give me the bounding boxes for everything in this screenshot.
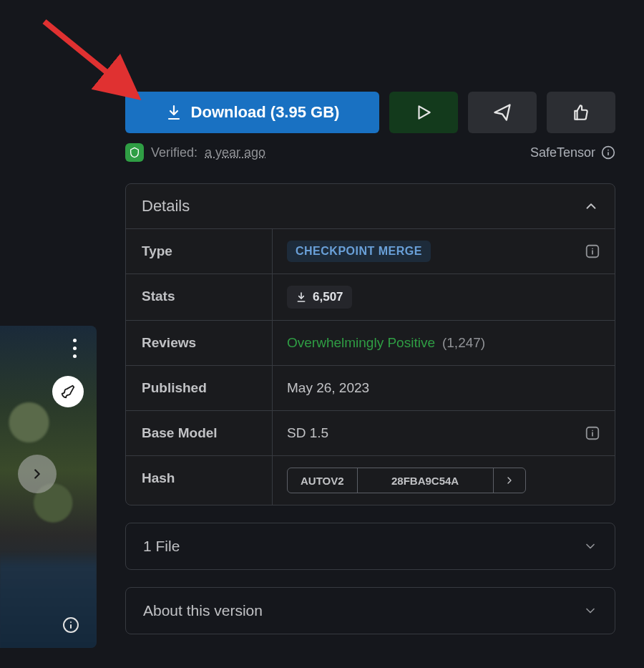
label-base-model: Base Model — [126, 411, 273, 455]
verified-time[interactable]: a year ago — [205, 145, 265, 160]
svg-point-4 — [70, 621, 72, 623]
chevron-up-icon — [583, 198, 599, 214]
published-value: May 26, 2023 — [287, 380, 369, 396]
share-icon — [492, 102, 512, 122]
details-title: Details — [142, 197, 190, 216]
row-stats: Stats 6,507 — [126, 274, 615, 320]
review-count: (1,247) — [442, 335, 485, 351]
svg-point-8 — [608, 150, 609, 151]
chevron-down-icon — [583, 539, 597, 553]
row-hash: Hash AUTOV2 28FBA9C54A — [126, 455, 615, 505]
gallery-next-button[interactable] — [18, 455, 57, 493]
svg-line-1 — [44, 21, 132, 93]
action-row: Download (3.95 GB) — [125, 92, 615, 133]
shield-icon — [125, 143, 144, 162]
details-panel: Details Type CHECKPOINT MERGE Stats — [125, 183, 615, 505]
files-title: 1 File — [143, 538, 180, 555]
about-header[interactable]: About this version — [125, 587, 615, 634]
download-icon — [165, 104, 182, 121]
label-type: Type — [126, 229, 273, 274]
review-rating: Overwhelmingly Positive — [287, 335, 435, 351]
files-header[interactable]: 1 File — [125, 523, 615, 570]
label-reviews: Reviews — [126, 321, 273, 365]
chevron-right-icon — [504, 475, 515, 486]
label-published: Published — [126, 366, 273, 410]
base-info-button[interactable] — [585, 425, 600, 441]
files-panel: 1 File — [125, 523, 615, 570]
meta-row: Verified: a year ago SafeTensor — [125, 143, 615, 162]
gallery-thumbnail[interactable] — [0, 326, 97, 648]
thumbnail-menu-button[interactable] — [73, 339, 77, 358]
hash-group: AUTOV2 28FBA9C54A — [287, 468, 526, 493]
hash-algo-button[interactable]: AUTOV2 — [288, 468, 358, 493]
info-icon — [585, 243, 600, 259]
about-title: About this version — [143, 602, 263, 619]
thumbs-up-icon — [572, 103, 590, 122]
info-icon — [62, 616, 79, 634]
hash-value-button[interactable]: 28FBA9C54A — [358, 468, 494, 493]
svg-marker-5 — [419, 106, 430, 118]
remix-button[interactable] — [52, 376, 84, 407]
type-info-button[interactable] — [585, 243, 600, 259]
base-model-value: SD 1.5 — [287, 425, 328, 441]
row-reviews: Reviews Overwhelmingly Positive (1,247) — [126, 320, 615, 365]
chevron-down-icon — [583, 604, 597, 618]
info-icon[interactable] — [601, 145, 615, 160]
thumbnail-info-button[interactable] — [61, 615, 81, 635]
model-sidebar: Download (3.95 GB) Verified: a year ago … — [125, 92, 615, 634]
stats-badge: 6,507 — [287, 286, 352, 309]
verified-prefix: Verified: — [151, 145, 197, 160]
type-badge[interactable]: CHECKPOINT MERGE — [287, 241, 431, 262]
run-button[interactable] — [389, 92, 458, 133]
label-stats: Stats — [126, 274, 273, 320]
download-icon — [296, 291, 307, 303]
chevron-right-icon — [29, 466, 45, 482]
play-icon — [414, 103, 433, 122]
share-button[interactable] — [468, 92, 537, 133]
row-type: Type CHECKPOINT MERGE — [126, 228, 615, 274]
info-icon — [585, 425, 600, 441]
stats-value: 6,507 — [313, 290, 343, 304]
details-header[interactable]: Details — [126, 184, 615, 228]
format-label: SafeTensor — [530, 145, 595, 160]
verified-block: Verified: a year ago — [125, 143, 265, 162]
like-button[interactable] — [547, 92, 615, 133]
hash-more-button[interactable] — [494, 468, 525, 493]
row-base-model: Base Model SD 1.5 — [126, 410, 615, 455]
about-panel: About this version — [125, 587, 615, 634]
brush-icon — [60, 384, 76, 400]
row-published: Published May 26, 2023 — [126, 365, 615, 410]
details-table: Type CHECKPOINT MERGE Stats 6,507 — [126, 228, 615, 505]
download-button[interactable]: Download (3.95 GB) — [125, 92, 379, 133]
svg-point-11 — [592, 248, 593, 249]
label-hash: Hash — [126, 456, 273, 505]
format-tag: SafeTensor — [530, 145, 615, 160]
svg-point-14 — [592, 430, 593, 431]
download-label: Download (3.95 GB) — [191, 103, 340, 122]
